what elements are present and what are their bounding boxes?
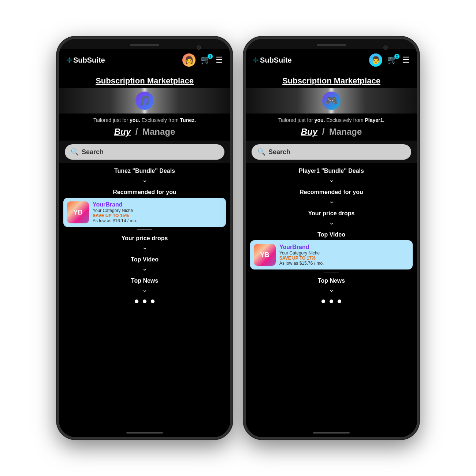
phone-top-bar-right [246, 39, 417, 49]
search-bar-left[interactable]: 🔍 Search [65, 144, 224, 160]
divider-right [324, 272, 339, 272]
phone-left: ⊹ SubSuite 👩 🛒1 ☰ Subscription Marketpla… [57, 37, 233, 439]
brand-logo-left: YB [67, 201, 89, 223]
tagline-mid-right: Exclusively from [325, 117, 365, 123]
avatar-right[interactable]: 👨 [369, 53, 382, 67]
phone-speaker-right [317, 44, 346, 46]
brand-logo-right: YB [254, 244, 276, 266]
home-indicator-left [126, 432, 163, 434]
header-icons-right: 👨 🛒2 ☰ [369, 53, 410, 67]
recommended-chevron-right[interactable]: ⌄ [246, 196, 417, 207]
top-video-section-right[interactable]: Top Video [246, 228, 417, 239]
phone-content-left: ⊹ SubSuite 👩 🛒1 ☰ Subscription Marketpla… [59, 49, 230, 431]
manage-link-left[interactable]: Manage [142, 127, 175, 137]
avatar-left[interactable]: 👩 [182, 53, 196, 67]
dot-1-right[interactable] [321, 300, 325, 303]
bottom-dots-right [246, 296, 417, 308]
search-text-right: Search [268, 148, 290, 156]
home-indicator-right [313, 432, 350, 434]
phone-content-right: ⊹ SubSuite 👨 🛒2 ☰ Subscription Marketpla… [246, 49, 417, 431]
price-drops-section-left[interactable]: Your price drops [59, 232, 230, 242]
slash-left: / [135, 127, 138, 137]
recommended-section-right[interactable]: Recommended for you [246, 186, 417, 196]
phone-bottom-bar-right [246, 431, 417, 437]
brand-save-right: SAVE UP TO 17% [279, 256, 324, 261]
search-icon-right: 🔍 [257, 148, 265, 156]
bundle-chevron-left[interactable]: ⌄ [59, 175, 230, 186]
top-news-chevron-left[interactable]: ⌄ [59, 285, 230, 296]
cart-badge-left: 1 [208, 54, 213, 59]
search-text-left: Search [82, 148, 104, 156]
phones-container: ⊹ SubSuite 👩 🛒1 ☰ Subscription Marketpla… [57, 37, 419, 439]
phone-speaker-left [130, 44, 159, 46]
header-icons-left: 👩 🛒1 ☰ [182, 53, 223, 67]
banner-left: 🎵 [59, 88, 230, 114]
recommended-section-left[interactable]: Recommended for you [59, 186, 230, 196]
tagline-pre-right: Tailored just for [278, 117, 315, 123]
phone-right: ⊹ SubSuite 👨 🛒2 ☰ Subscription Marketpla… [243, 37, 419, 439]
dot-2-right[interactable] [330, 300, 333, 303]
banner-icon-right: 🎮 [322, 92, 341, 110]
banner-right: 🎮 [246, 88, 417, 114]
phone-bottom-bar-left [59, 431, 230, 437]
search-icon-left: 🔍 [71, 148, 79, 156]
tagline-right: Tailored just for you. Exclusively from … [246, 114, 417, 124]
brand-price-right: As low as $15.76 / mo. [279, 261, 324, 266]
brand-initials-left: YB [73, 209, 82, 216]
logo-text-right: SubSuite [260, 56, 292, 64]
bundle-chevron-right[interactable]: ⌄ [246, 175, 417, 186]
buy-link-left[interactable]: Buy [114, 127, 131, 137]
brand-name-left: YourBrand [93, 201, 137, 208]
manage-link-right[interactable]: Manage [329, 127, 362, 137]
hamburger-left[interactable]: ☰ [216, 55, 223, 65]
cart-right[interactable]: 🛒2 [387, 55, 397, 65]
cart-badge-right: 2 [394, 54, 399, 59]
logo-text-left: SubSuite [73, 56, 105, 64]
dot-2-left[interactable] [143, 300, 146, 303]
top-video-chevron-left[interactable]: ⌄ [59, 264, 230, 275]
logo-icon-left: ⊹ [66, 56, 72, 64]
logo-icon-right: ⊹ [253, 56, 259, 64]
top-video-section-left[interactable]: Top Video [59, 253, 230, 264]
search-bar-right[interactable]: 🔍 Search [252, 144, 411, 160]
tagline-mid-left: Exclusively from [140, 117, 180, 123]
sections-right: Player1 "Bundle" Deals ⌄ Recommended for… [246, 163, 417, 431]
bundle-section-left[interactable]: Tunez "Bundle" Deals [59, 165, 230, 175]
logo-right: ⊹ SubSuite [253, 56, 292, 64]
phone-camera-right [383, 45, 388, 50]
price-drops-chevron-right[interactable]: ⌄ [246, 217, 417, 228]
top-news-section-left[interactable]: Top News [59, 275, 230, 285]
brand-initials-right: YB [260, 252, 269, 258]
cart-left[interactable]: 🛒1 [201, 55, 211, 65]
buy-manage-right: Buy / Manage [246, 124, 417, 141]
app-header-right: ⊹ SubSuite 👨 🛒2 ☰ [246, 49, 417, 71]
recommended-card-right[interactable]: YB YourBrand Your Category Niche SAVE UP… [250, 240, 413, 269]
tagline-you-left: you. [130, 117, 140, 123]
page-title-left: Subscription Marketplace [59, 71, 230, 88]
buy-manage-left: Buy / Manage [59, 124, 230, 141]
dot-3-right[interactable] [338, 300, 341, 303]
hamburger-right[interactable]: ☰ [402, 55, 410, 65]
top-news-chevron-right[interactable]: ⌄ [246, 285, 417, 296]
buy-link-right[interactable]: Buy [301, 127, 317, 137]
brand-category-left: Your Category Niche [93, 208, 137, 213]
tagline-you-right: you. [315, 117, 325, 123]
dot-1-left[interactable] [135, 300, 138, 303]
app-header-left: ⊹ SubSuite 👩 🛒1 ☰ [59, 49, 230, 71]
phone-camera-left [197, 45, 201, 50]
top-news-section-right[interactable]: Top News [246, 275, 417, 285]
price-drops-section-right[interactable]: Your price drops [246, 207, 417, 217]
divider-left [137, 229, 152, 230]
slash-right: / [322, 127, 325, 137]
brand-save-left: SAVE UP TO 15% [93, 213, 137, 218]
price-drops-chevron-left[interactable]: ⌄ [59, 242, 230, 253]
bundle-section-right[interactable]: Player1 "Bundle" Deals [246, 165, 417, 175]
tagline-brand-right: Player1. [365, 117, 384, 123]
sections-left: Tunez "Bundle" Deals ⌄ Recommended for y… [59, 163, 230, 431]
brand-info-left: YourBrand Your Category Niche SAVE UP TO… [93, 201, 137, 223]
brand-price-left: As low as $16.14 / mo. [93, 218, 137, 223]
bottom-dots-left [59, 296, 230, 308]
dot-3-left[interactable] [151, 300, 155, 303]
recommended-card-left[interactable]: YB YourBrand Your Category Niche SAVE UP… [63, 198, 226, 227]
brand-name-right: YourBrand [279, 244, 324, 250]
